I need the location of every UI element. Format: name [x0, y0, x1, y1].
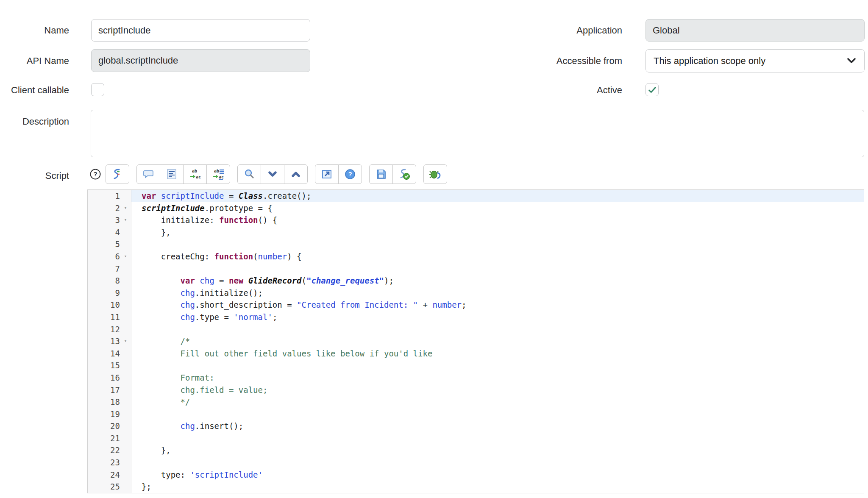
code-text[interactable]: scriptInclude.prototype = { [131, 202, 864, 214]
script-code-editor[interactable]: 1var scriptInclude = Class.create();2▾sc… [87, 189, 864, 493]
active-label: Active [509, 84, 622, 96]
code-text[interactable]: type: 'scriptInclude' [131, 469, 864, 481]
accessible-from-label: Accessible from [509, 55, 622, 67]
api-name-input[interactable] [91, 49, 310, 72]
fold-arrow-icon[interactable]: ▾ [120, 214, 131, 226]
code-line-13: 13▾ /* [88, 335, 864, 348]
line-number: 5 [88, 238, 120, 250]
gutter: 6▾ [88, 250, 131, 263]
name-label: Name [0, 25, 69, 36]
fold-spacer [120, 432, 131, 445]
code-text[interactable] [131, 432, 864, 445]
active-checkbox[interactable] [645, 83, 659, 96]
toolbar-group: abacabac [136, 164, 230, 184]
line-number: 17 [88, 384, 120, 396]
code-text[interactable]: chg.type = 'normal'; [131, 311, 864, 323]
find-previous-button[interactable] [284, 164, 308, 184]
line-number: 20 [88, 420, 120, 432]
gutter: 1 [88, 190, 131, 202]
gutter: 3▾ [88, 214, 131, 226]
fold-arrow-icon[interactable]: ▾ [120, 202, 131, 214]
code-text[interactable] [131, 408, 864, 420]
gutter: 15 [88, 359, 131, 372]
fold-spacer [120, 396, 131, 408]
fold-spacer [120, 275, 131, 287]
code-text[interactable]: var chg = new GlideRecord("change_reques… [131, 275, 864, 287]
code-text[interactable]: chg.field = value; [131, 384, 864, 396]
code-text[interactable]: }, [131, 226, 864, 239]
code-text[interactable]: chg.short_description = "Created from In… [131, 299, 864, 311]
application-input[interactable] [645, 19, 865, 42]
description-textarea[interactable] [91, 110, 864, 157]
code-line-19: 19 [88, 408, 864, 420]
replace-all-icon: abac [212, 168, 224, 180]
gutter: 9 [88, 287, 131, 299]
code-line-23: 23 [88, 456, 864, 469]
code-text[interactable]: chg.insert(); [131, 420, 864, 432]
field-help-icon[interactable]: ? [89, 168, 101, 180]
gutter: 22 [88, 444, 131, 456]
gutter: 10 [88, 299, 131, 311]
debug-button[interactable] [423, 164, 447, 184]
syntax-scroll-button[interactable] [106, 164, 129, 184]
help-icon: ? [344, 168, 356, 180]
code-text[interactable] [131, 456, 864, 469]
code-text[interactable] [131, 323, 864, 336]
line-number: 15 [88, 359, 120, 372]
gutter: 2▾ [88, 202, 131, 214]
replace-button[interactable]: abac [183, 164, 207, 184]
fold-spacer [120, 348, 131, 360]
select-chevron-down-icon [846, 58, 857, 64]
code-text[interactable]: /* [131, 335, 864, 348]
code-text[interactable]: initialize: function() { [131, 214, 864, 226]
save-button[interactable] [369, 164, 393, 184]
fold-spacer [120, 190, 131, 202]
code-text[interactable]: Format: [131, 372, 864, 384]
find-next-button[interactable] [261, 164, 284, 184]
search-button[interactable] [237, 164, 261, 184]
gutter: 18 [88, 396, 131, 408]
comment-icon [142, 168, 154, 180]
fold-arrow-icon[interactable]: ▾ [120, 335, 131, 348]
code-text[interactable] [131, 359, 864, 372]
toolbar-group [423, 164, 447, 184]
line-number: 4 [88, 226, 120, 239]
code-line-5: 5 [88, 238, 864, 250]
line-number: 25 [88, 481, 120, 493]
line-number: 16 [88, 372, 120, 384]
syntax-check-icon [398, 168, 410, 180]
code-text[interactable]: */ [131, 396, 864, 408]
code-text[interactable]: var scriptInclude = Class.create(); [131, 190, 864, 202]
code-text[interactable]: }; [131, 481, 864, 493]
fold-spacer [120, 420, 131, 432]
code-text[interactable]: Fill out other field values like below i… [131, 348, 864, 360]
line-number: 14 [88, 348, 120, 360]
fold-spacer [120, 287, 131, 299]
gutter: 23 [88, 456, 131, 469]
gutter: 25 [88, 481, 131, 493]
code-text[interactable] [131, 263, 864, 275]
application-label: Application [509, 25, 622, 36]
code-line-9: 9 chg.initialize(); [88, 287, 864, 299]
format-code-button[interactable] [160, 164, 184, 184]
code-lines: 1var scriptInclude = Class.create();2▾sc… [88, 190, 864, 493]
syntax-check-button[interactable] [392, 164, 416, 184]
fold-spacer [120, 444, 131, 456]
client-callable-checkbox[interactable] [91, 83, 104, 96]
replace-all-button[interactable]: abac [206, 164, 230, 184]
name-input[interactable] [91, 19, 310, 42]
help-button[interactable]: ? [338, 164, 362, 184]
replace-icon: abac [189, 168, 201, 180]
svg-text:ac: ac [219, 175, 224, 179]
code-text[interactable]: }, [131, 444, 864, 456]
accessible-from-select[interactable]: This application scope only [645, 49, 865, 72]
save-icon [375, 168, 387, 180]
code-text[interactable]: chg.initialize(); [131, 287, 864, 299]
code-text[interactable]: createChg: function(number) { [131, 250, 864, 263]
fold-spacer [120, 323, 131, 336]
toggle-comment-button[interactable] [136, 164, 160, 184]
code-text[interactable] [131, 238, 864, 250]
open-pop-out-button[interactable] [315, 164, 339, 184]
code-line-4: 4 }, [88, 226, 864, 239]
fold-arrow-icon[interactable]: ▾ [120, 250, 131, 263]
